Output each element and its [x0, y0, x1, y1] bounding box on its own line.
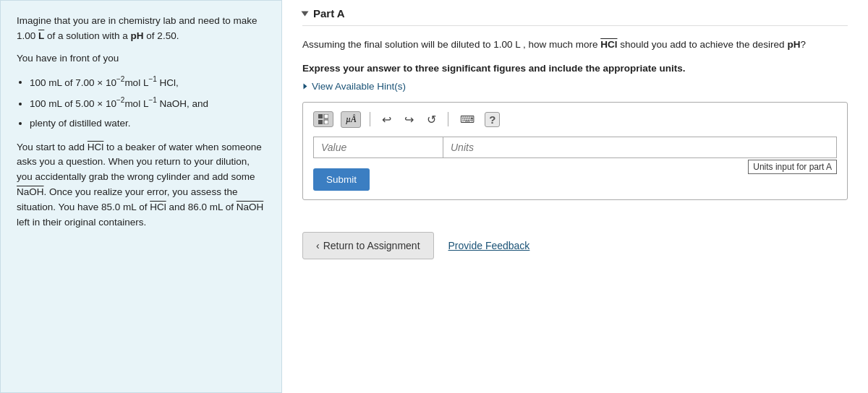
return-arrow-icon: ‹ [316, 240, 320, 251]
grid-icon-button[interactable] [313, 111, 333, 127]
input-row: Units input for part A [313, 137, 837, 158]
units-tooltip: Units input for part A [748, 160, 837, 174]
intro-text: Imagine that you are in chemistry lab an… [17, 14, 265, 44]
hint-label: View Available Hint(s) [312, 81, 406, 92]
redo-button[interactable]: ↪ [401, 111, 417, 128]
symbol-icon-text: µÅ [346, 114, 356, 125]
return-to-assignment-button[interactable]: ‹ Return to Assignment [302, 232, 434, 259]
svg-rect-0 [318, 114, 323, 118]
value-input[interactable] [313, 137, 443, 158]
collapse-icon[interactable] [302, 11, 309, 16]
svg-rect-2 [318, 120, 323, 124]
return-label: Return to Assignment [323, 240, 420, 251]
instruction-text: Express your answer to three significant… [302, 63, 848, 74]
refresh-button[interactable]: ↺ [424, 111, 439, 128]
submit-button[interactable]: Submit [313, 168, 370, 191]
material-2: 100 mL of 5.00 × 10−2mol L−1 NaOH, and [30, 95, 265, 111]
symbol-button[interactable]: µÅ [341, 111, 361, 128]
left-panel: Imagine that you are in chemistry lab an… [0, 0, 282, 393]
materials-list: 100 mL of 7.00 × 10−2mol L−1 HCl, 100 mL… [30, 74, 265, 131]
question-text: Assuming the final solution will be dilu… [302, 38, 848, 53]
bottom-actions: ‹ Return to Assignment Provide Feedback [302, 232, 848, 259]
provide-feedback-button[interactable]: Provide Feedback [448, 240, 530, 251]
units-input-container: Units input for part A [443, 137, 837, 158]
scenario-text: You start to add HCl to a beaker of wate… [17, 140, 265, 231]
units-input[interactable] [443, 137, 837, 158]
help-button[interactable]: ? [485, 112, 500, 127]
have-text: You have in front of you [17, 51, 265, 66]
hint-arrow-icon [304, 83, 307, 89]
part-title: Part A [313, 7, 345, 20]
right-panel: Part A Assuming the final solution will … [282, 0, 868, 393]
toolbar: µÅ ↩ ↪ ↺ ⌨ ? [313, 111, 837, 128]
material-3: plenty of distilled water. [30, 116, 265, 131]
keyboard-icon: ⌨ [460, 113, 475, 125]
keyboard-button[interactable]: ⌨ [457, 111, 477, 127]
grid-icon [318, 114, 328, 124]
toolbar-separator-1 [370, 112, 370, 126]
material-1: 100 mL of 7.00 × 10−2mol L−1 HCl, [30, 74, 265, 90]
svg-rect-3 [324, 120, 328, 124]
part-header: Part A [302, 7, 848, 26]
hint-link[interactable]: View Available Hint(s) [302, 81, 848, 92]
answer-box: µÅ ↩ ↪ ↺ ⌨ ? Units input for part A Subm… [302, 102, 848, 200]
toolbar-separator-2 [448, 112, 448, 126]
svg-rect-1 [324, 114, 328, 118]
undo-button[interactable]: ↩ [379, 111, 394, 128]
